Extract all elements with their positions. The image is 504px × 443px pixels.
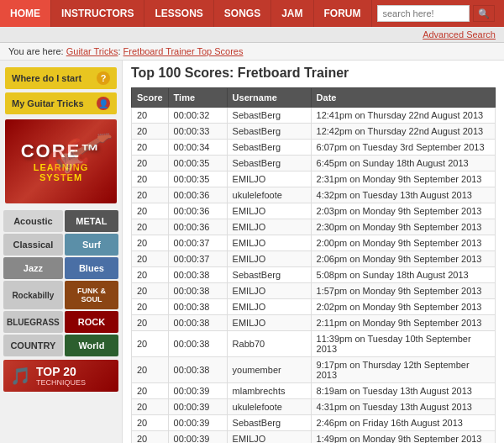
- table-row: 2000:00:36EMILJO2:03pm on Monday 9th Sep…: [132, 203, 496, 219]
- nav-songs[interactable]: SONGS: [214, 0, 271, 27]
- table-row: 2000:00:37EMILJO2:00pm on Monday 9th Sep…: [132, 235, 496, 251]
- search-input[interactable]: [377, 5, 470, 22]
- top20-label: TOP 20: [36, 365, 86, 378]
- table-cell-1: 00:00:36: [168, 219, 227, 235]
- genre-country[interactable]: COUNTRY: [3, 335, 63, 356]
- col-header-username: Username: [227, 88, 311, 108]
- table-cell-0: 20: [132, 331, 169, 357]
- table-cell-1: 00:00:37: [168, 235, 227, 251]
- table-cell-0: 20: [132, 357, 169, 383]
- col-header-time: Time: [168, 88, 227, 108]
- table-cell-3: 2:31pm on Monday 9th September 2013: [311, 171, 495, 187]
- table-cell-1: 00:00:38: [168, 315, 227, 331]
- table-cell-1: 00:00:34: [168, 140, 227, 156]
- table-cell-3: 9:17pm on Thursday 12th September 2013: [311, 357, 495, 383]
- my-guitar-tricks-label: My Guitar Tricks: [12, 98, 84, 108]
- table-cell-3: 2:11pm on Monday 9th September 2013: [311, 315, 495, 331]
- table-cell-0: 20: [132, 431, 169, 444]
- nav-home[interactable]: HOME: [0, 0, 51, 27]
- core-learning-system[interactable]: 🎸 CORE™ LEARNING SYSTEM: [5, 119, 117, 203]
- table-cell-3: 4:31pm on Tuesday 13th August 2013: [311, 399, 495, 415]
- table-cell-0: 20: [132, 235, 169, 251]
- table-cell-2: EMILJO: [227, 203, 311, 219]
- nav-lessons[interactable]: LESSONS: [144, 0, 213, 27]
- table-cell-0: 20: [132, 415, 169, 431]
- table-cell-2: EMILJO: [227, 235, 311, 251]
- search-button[interactable]: 🔍: [473, 5, 495, 22]
- table-row: 2000:00:33SebastBerg12:42pm on Thursday …: [132, 124, 496, 140]
- table-cell-0: 20: [132, 383, 169, 399]
- table-cell-0: 20: [132, 187, 169, 203]
- genre-jazz[interactable]: Jazz: [3, 257, 63, 279]
- my-guitar-tricks-button[interactable]: My Guitar Tricks 👤: [5, 92, 117, 114]
- top20-techniques[interactable]: 🎵 TOP 20 TECHNIQUES: [3, 360, 118, 392]
- table-cell-3: 2:00pm on Monday 9th September 2013: [311, 235, 495, 251]
- table-row: 2000:00:36EMILJO2:30pm on Monday 9th Sep…: [132, 219, 496, 235]
- table-row: 2000:00:38EMILJO1:57pm on Monday 9th Sep…: [132, 283, 496, 299]
- table-row: 2000:00:39EMILJO1:49pm on Monday 9th Sep…: [132, 431, 496, 444]
- table-row: 2000:00:38EMILJO2:02pm on Monday 9th Sep…: [132, 299, 496, 315]
- table-cell-1: 00:00:38: [168, 357, 227, 383]
- user-icon: 👤: [97, 97, 110, 110]
- table-cell-3: 2:30pm on Monday 9th September 2013: [311, 219, 495, 235]
- table-cell-0: 20: [132, 108, 169, 124]
- table-row: 2000:00:37EMILJO2:06pm on Monday 9th Sep…: [132, 251, 496, 267]
- genre-funk[interactable]: FUNK & SOUL: [65, 281, 118, 309]
- table-cell-2: SebastBerg: [227, 140, 311, 156]
- genre-world[interactable]: World: [65, 335, 118, 356]
- breadcrumb-link-1[interactable]: Guitar Tricks: [66, 46, 118, 56]
- table-cell-1: 00:00:39: [168, 415, 227, 431]
- table-cell-1: 00:00:36: [168, 203, 227, 219]
- table-cell-1: 00:00:39: [168, 399, 227, 415]
- genre-bluegrass[interactable]: BLUEGRASS: [3, 311, 63, 333]
- table-cell-2: SebastBerg: [227, 156, 311, 171]
- nav-help[interactable]: HELP: [500, 0, 505, 27]
- nav-jam[interactable]: JAM: [271, 0, 313, 27]
- advanced-search-link[interactable]: Advanced Search: [423, 29, 496, 40]
- genre-rock[interactable]: ROCK: [65, 311, 118, 333]
- table-cell-3: 5:08pm on Sunday 18th August 2013: [311, 267, 495, 283]
- table-cell-0: 20: [132, 156, 169, 171]
- table-row: 2000:00:39ukulelefoote4:31pm on Tuesday …: [132, 399, 496, 415]
- table-cell-2: EMILJO: [227, 171, 311, 187]
- search-area: 🔍: [372, 0, 500, 27]
- table-cell-3: 8:19am on Tuesday 13th August 2013: [311, 383, 495, 399]
- table-cell-1: 00:00:37: [168, 251, 227, 267]
- table-cell-3: 2:46pm on Friday 16th August 2013: [311, 415, 495, 431]
- genre-acoustic[interactable]: Acoustic: [3, 210, 63, 232]
- main-content: Top 100 Scores: Fretboard Trainer Score …: [122, 61, 504, 443]
- table-cell-3: 12:42pm on Thursday 22nd August 2013: [311, 124, 495, 140]
- genre-classical[interactable]: Classical: [3, 234, 63, 256]
- genre-blues[interactable]: Blues: [65, 257, 118, 279]
- genre-rockabilly[interactable]: Rockabilly: [3, 281, 63, 309]
- breadcrumb: You are here: Guitar Tricks: Fretboard T…: [0, 43, 504, 61]
- table-row: 2000:00:38EMILJO2:11pm on Monday 9th Sep…: [132, 315, 496, 331]
- table-cell-3: 2:02pm on Monday 9th September 2013: [311, 299, 495, 315]
- table-cell-3: 12:41pm on Thursday 22nd August 2013: [311, 108, 495, 124]
- top20-sub-label: TECHNIQUES: [36, 378, 86, 387]
- table-cell-2: ukulelefoote: [227, 187, 311, 203]
- nav-instructors[interactable]: INSTRUCTORS: [51, 0, 144, 27]
- genre-metal[interactable]: METAL: [65, 210, 118, 232]
- table-cell-3: 6:07pm on Tuesday 3rd September 2013: [311, 140, 495, 156]
- table-row: 2000:00:38Rabb7011:39pm on Tuesday 10th …: [132, 331, 496, 357]
- table-cell-2: youmember: [227, 357, 311, 383]
- table-row: 2000:00:38youmember9:17pm on Thursday 12…: [132, 357, 496, 383]
- genre-surf[interactable]: Surf: [65, 234, 118, 256]
- genre-grid: Acoustic METAL Classical Surf Jazz Blues…: [3, 210, 118, 356]
- table-cell-2: mlambrechts: [227, 383, 311, 399]
- where-do-i-start-button[interactable]: Where do I start ?: [5, 67, 117, 89]
- scores-table: Score Time Username Date 2000:00:32Sebas…: [131, 87, 496, 443]
- nav-forum[interactable]: FORUM: [314, 0, 372, 27]
- where-label: Where do I start: [12, 73, 81, 83]
- top20-text-area: TOP 20 TECHNIQUES: [36, 365, 86, 387]
- table-cell-1: 00:00:33: [168, 124, 227, 140]
- table-cell-1: 00:00:36: [168, 187, 227, 203]
- table-cell-2: ukulelefoote: [227, 399, 311, 415]
- table-row: 2000:00:39SebastBerg2:46pm on Friday 16t…: [132, 415, 496, 431]
- table-cell-1: 00:00:39: [168, 383, 227, 399]
- col-header-score: Score: [132, 88, 169, 108]
- table-cell-0: 20: [132, 251, 169, 267]
- breadcrumb-link-2[interactable]: Fretboard Trainer Top Scores: [123, 46, 244, 56]
- table-cell-3: 1:57pm on Monday 9th September 2013: [311, 283, 495, 299]
